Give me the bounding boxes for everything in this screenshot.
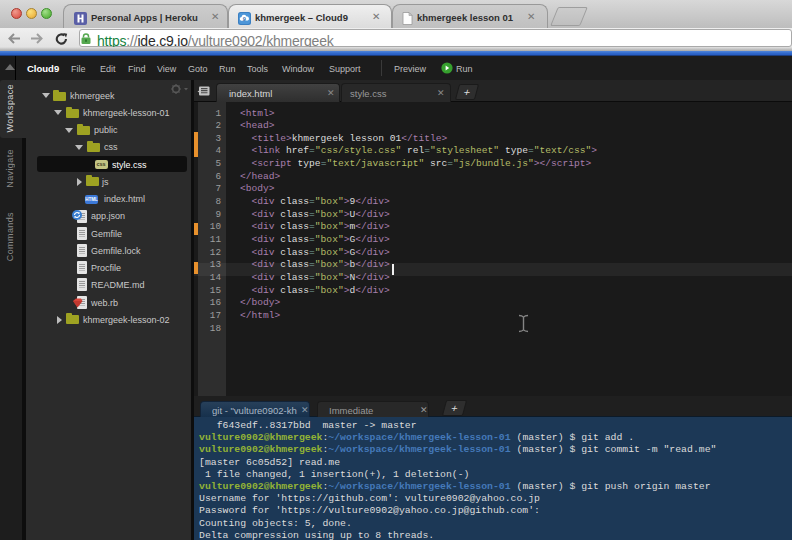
svg-text:9: 9 xyxy=(243,16,246,22)
